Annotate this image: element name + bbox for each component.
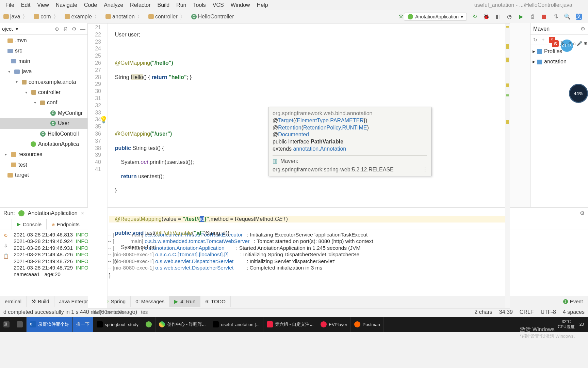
gutter[interactable]: 2122232425262728293031323334353637383940…: [88, 24, 108, 308]
maven-project[interactable]: ▸anotation: [533, 57, 586, 67]
close-icon[interactable]: ×: [81, 210, 84, 216]
tool-build[interactable]: ⚒Build: [27, 296, 54, 307]
spring-icon: [18, 210, 24, 216]
taskbar-intellij-2[interactable]: useful_anotation [...: [209, 317, 263, 332]
taskbar-search[interactable]: [13, 317, 27, 332]
menu-window[interactable]: Window: [227, 1, 254, 10]
menu-build[interactable]: Build: [154, 1, 173, 10]
tree-node[interactable]: CUser: [0, 118, 87, 128]
minimap[interactable]: [510, 23, 530, 207]
coverage-icon[interactable]: ◧: [495, 14, 501, 20]
bulb-icon[interactable]: 💡: [99, 115, 108, 124]
tree-node[interactable]: ▸resources: [0, 149, 87, 159]
windows-taskbar: ⊞ e录屏软件哪个好 搜一下 springboot_study 创作中心 - 哔…: [0, 317, 588, 332]
search-icon[interactable]: 🔍: [564, 14, 570, 20]
breadcrumb[interactable]: java〉 com〉 example〉 anotation〉 controlle…: [1, 12, 236, 21]
taskbar-app[interactable]: [142, 317, 156, 332]
pkg-icon: [22, 80, 27, 85]
tree-node[interactable]: ▾controller: [0, 87, 87, 97]
tree-node[interactable]: CMyConfigr: [0, 108, 87, 118]
chevron-down-icon[interactable]: ▾: [16, 26, 18, 32]
maven-title: Maven: [533, 26, 550, 32]
tree-node[interactable]: main: [0, 56, 87, 66]
profile-icon[interactable]: ◔: [506, 14, 512, 20]
tree-node[interactable]: ▾conf: [0, 97, 87, 108]
play-icon[interactable]: ▶: [518, 14, 524, 20]
status-eol[interactable]: CRLF: [520, 309, 534, 315]
filter-icon[interactable]: 📋: [3, 253, 9, 259]
translate-icon[interactable]: 文: [576, 14, 582, 20]
run-config-selector[interactable]: AnotationApplication ▾: [404, 13, 467, 21]
menu-tools[interactable]: Tools: [190, 1, 209, 10]
gear-icon[interactable]: ⚙: [580, 210, 585, 216]
folder-icon: [3, 14, 9, 19]
percent-bubble: 44%: [569, 84, 588, 103]
run-icon[interactable]: ↻: [472, 14, 478, 20]
taskbar-ie[interactable]: e录屏软件哪个好: [27, 317, 73, 332]
module-icon: [537, 60, 542, 64]
tree-node[interactable]: src: [0, 46, 87, 56]
hammer-build-icon[interactable]: ⚒: [398, 14, 404, 20]
menu-navigate[interactable]: Navigate: [52, 1, 81, 10]
plus-icon[interactable]: ＋: [541, 37, 545, 43]
hammer-icon: ⚒: [31, 298, 36, 305]
quick-doc-popup[interactable]: org.springframework.web.bind.annotation …: [268, 107, 431, 176]
play-icon: ▶: [17, 221, 21, 227]
tree-node[interactable]: target: [0, 170, 87, 180]
taskbar-postman[interactable]: Postman: [351, 317, 383, 332]
pkg-icon: [31, 90, 36, 95]
menu-run[interactable]: Run: [173, 1, 190, 10]
class-icon: C: [191, 14, 197, 19]
folder-src-icon: [11, 59, 16, 63]
tool-event-log[interactable]: 1Event: [558, 296, 588, 307]
taskbar-evplayer[interactable]: EVPlayer: [317, 317, 351, 332]
update-icon[interactable]: ⇅: [553, 14, 559, 20]
project-tree[interactable]: .mvnsrcmain▾java▾com.example.anota▾contr…: [0, 35, 87, 207]
target-icon[interactable]: ⊕: [55, 26, 59, 32]
tree-node[interactable]: .mvn: [0, 35, 87, 46]
editor-breadcrumb[interactable]: HelloController〉tes: [88, 308, 510, 315]
spring-icon: [31, 141, 36, 147]
tab-endpoints[interactable]: ⎈Endpoints: [47, 219, 85, 230]
taskbar-start[interactable]: ⊞: [0, 317, 13, 332]
menu-edit[interactable]: Edit: [18, 1, 34, 10]
menu-code[interactable]: Code: [81, 1, 100, 10]
taskbar-browser[interactable]: 第六组 - 自定义注...: [263, 317, 317, 332]
debug-icon[interactable]: 🐞: [483, 14, 489, 20]
collapse-icon[interactable]: ⇵: [63, 26, 68, 32]
maven-tool-window: Maven⚙ ↻ ＋ S ▸Profiles ▸anotation 01:48 …: [530, 23, 588, 207]
menu-analyze[interactable]: Analyze: [100, 1, 127, 10]
ime-bar[interactable]: S 英 , ⊙ ⌂ 🎤 ⊞: [552, 40, 587, 47]
status-encoding[interactable]: UTF-8: [541, 309, 556, 315]
down-icon[interactable]: ⇩: [4, 243, 8, 248]
menu-vcs[interactable]: VCS: [209, 1, 227, 10]
menu-file[interactable]: File: [2, 1, 18, 10]
restart-icon[interactable]: ↻: [4, 233, 8, 238]
more-icon[interactable]: ⋮: [422, 166, 428, 173]
reload-icon[interactable]: ↻: [533, 37, 537, 43]
folder-icon: [11, 163, 16, 167]
tree-node[interactable]: test: [0, 160, 87, 170]
menu-view[interactable]: View: [34, 1, 52, 10]
gear-icon[interactable]: ⚙: [581, 26, 585, 32]
taskbar-search-btn[interactable]: 搜一下: [73, 317, 93, 332]
tree-node[interactable]: AnotationApplica: [0, 139, 87, 149]
taskbar-intellij[interactable]: springboot_study: [93, 317, 142, 332]
status-indent[interactable]: 4 spaces: [563, 309, 585, 315]
error-stripe[interactable]: [505, 24, 510, 308]
attach-icon[interactable]: ⎙: [529, 14, 536, 20]
tree-node[interactable]: ▾com.example.anota: [0, 77, 87, 87]
menu-refactor[interactable]: Refactor: [127, 1, 154, 10]
tree-node[interactable]: ▾java: [0, 66, 87, 77]
tree-node[interactable]: CHelloControll: [0, 129, 87, 139]
menu-help[interactable]: Help: [254, 1, 272, 10]
hide-icon[interactable]: —: [80, 26, 85, 32]
chevron-down-icon: ▾: [461, 14, 463, 19]
maven-profiles[interactable]: ▸Profiles: [533, 46, 586, 57]
tab-console[interactable]: ▶Console: [12, 219, 47, 230]
gear-icon[interactable]: ⚙: [72, 26, 76, 32]
tool-terminal[interactable]: erminal: [0, 296, 27, 307]
project-tool-window: oject▾ ⊕ ⇵ ⚙ — .mvnsrcmain▾java▾com.exam…: [0, 23, 88, 207]
stop-icon[interactable]: [541, 14, 547, 20]
taskbar-chrome[interactable]: 创作中心 - 哔哩哔...: [156, 317, 209, 332]
